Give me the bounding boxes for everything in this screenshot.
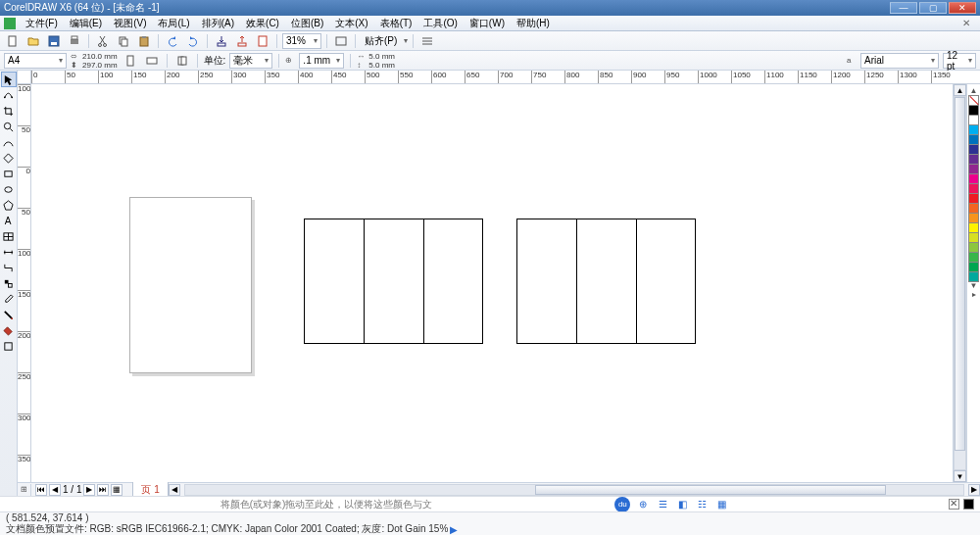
menu-table[interactable]: 表格(T) [374,17,418,30]
zoom-combo[interactable]: 31% [282,33,321,49]
cut-icon[interactable] [94,33,112,49]
print-icon[interactable] [66,33,83,49]
menu-arrange[interactable]: 排列(A) [196,17,240,30]
ruler-tick: 100 [18,249,31,258]
page-size-combo[interactable]: A4 [4,53,67,69]
current-fill-swatch[interactable] [949,499,959,510]
menu-window[interactable]: 窗口(W) [464,17,511,30]
connector-tool-icon[interactable] [2,261,16,274]
outline-tool-icon[interactable] [2,308,16,321]
dup-y-value[interactable]: 5.0 mm [368,61,395,70]
options-icon[interactable] [418,33,436,49]
interactive-tool-icon[interactable] [2,276,16,290]
table-tool-icon[interactable] [2,229,16,243]
document-close-button[interactable]: ✕ [956,18,976,28]
shape-tool-icon[interactable] [2,88,16,102]
snap-label[interactable]: 贴齐(P) [361,34,401,48]
page-sorter-icon[interactable]: ⊞ [18,484,31,496]
scroll-up-icon[interactable]: ▲ [954,84,966,96]
palette-flyout-icon[interactable]: ▸ [972,290,976,299]
menu-tools[interactable]: 工具(O) [417,17,463,30]
font-size-combo[interactable]: 12 pt [943,53,976,69]
last-page-button[interactable]: ⏭ [97,484,109,496]
window-minimize-button[interactable]: — [890,2,917,14]
svg-point-23 [5,186,12,192]
share-icon-1[interactable]: ⊕ [636,498,650,511]
share-icon-5[interactable]: ▦ [714,498,728,511]
menu-effects[interactable]: 效果(C) [240,17,285,30]
ruler-tick: 1250 [864,71,884,84]
horizontal-ruler[interactable]: 0501001502002503003504004505005506006507… [18,71,980,84]
table-object-1[interactable] [304,219,483,344]
horizontal-scrollbar[interactable] [184,484,964,496]
window-close-button[interactable]: ✕ [949,2,976,14]
menu-edit[interactable]: 编辑(E) [64,17,108,30]
zoom-tool-icon[interactable] [2,120,16,133]
open-icon[interactable] [24,33,42,49]
vertical-ruler[interactable]: 10050050100150200250300350 [18,84,31,482]
ruler-origin[interactable] [18,71,31,83]
swatch-none[interactable] [968,95,979,106]
copy-icon[interactable] [115,33,132,49]
export-icon[interactable] [233,33,251,49]
pick-tool-icon[interactable] [2,73,16,86]
menu-help[interactable]: 帮助(H) [511,17,556,30]
smart-fill-tool-icon[interactable] [2,151,16,165]
crop-tool-icon[interactable] [2,104,16,118]
fill-tool-icon[interactable] [2,323,16,337]
eyedropper-tool-icon[interactable] [2,292,16,306]
text-tool-icon[interactable]: A [2,214,16,227]
ellipse-tool-icon[interactable] [2,182,16,196]
landscape-icon[interactable] [143,53,161,69]
dup-x-value[interactable]: 5.0 mm [368,52,395,61]
current-stroke-swatch[interactable] [963,499,974,510]
vertical-scroll-thumb[interactable] [955,97,965,451]
menu-text[interactable]: 文本(X) [329,17,373,30]
palette-down-icon[interactable]: ▼ [970,281,978,290]
page-height-value[interactable]: 297.0 mm [82,61,118,70]
profile-flyout-icon[interactable]: ▶ [450,524,458,535]
new-icon[interactable] [4,33,22,49]
add-page-button[interactable]: ▦ [111,484,122,496]
scroll-right-icon[interactable]: ▶ [968,484,980,496]
nudge-distance-input[interactable]: .1 mm [299,53,344,69]
units-combo[interactable]: 毫米 [229,53,272,69]
nudge-icon: ⊕ [285,56,295,65]
menu-layout[interactable]: 布局(L) [152,17,195,30]
menu-file[interactable]: 文件(F) [20,17,64,30]
palette-up-icon[interactable]: ▲ [970,86,978,95]
rectangle-tool-icon[interactable] [2,167,16,180]
redo-icon[interactable] [184,33,202,49]
undo-icon[interactable] [164,33,181,49]
portrait-icon[interactable] [122,53,139,69]
scroll-left-icon[interactable]: ◀ [169,484,180,496]
share-icon-3[interactable]: ◧ [675,498,689,511]
publish-pdf-icon[interactable] [254,33,271,49]
polygon-tool-icon[interactable] [2,198,16,212]
save-icon[interactable] [45,33,63,49]
scroll-down-icon[interactable]: ▼ [954,470,966,482]
paste-icon[interactable] [135,33,153,49]
import-icon[interactable] [213,33,230,49]
vertical-scrollbar[interactable]: ▲ ▼ [953,84,966,482]
horizontal-scroll-thumb[interactable] [535,485,885,495]
page-width-value[interactable]: 210.0 mm [82,52,118,61]
first-page-button[interactable]: ⏮ [35,484,47,496]
baidu-share-icon[interactable]: du [614,497,630,512]
prev-page-button[interactable]: ◀ [49,484,61,496]
page-tab-1[interactable]: 页 1 [132,481,168,497]
fullscreen-preview-icon[interactable] [332,33,350,49]
window-maximize-button[interactable]: ▢ [919,2,947,14]
menu-bitmap[interactable]: 位图(B) [285,17,329,30]
interactive-fill-tool-icon[interactable] [2,339,16,353]
drawing-canvas[interactable] [31,84,953,482]
share-icon-4[interactable]: ☷ [695,498,709,511]
table-object-2[interactable] [516,219,696,344]
next-page-button[interactable]: ▶ [83,484,95,496]
menu-view[interactable]: 视图(V) [108,17,152,30]
freehand-tool-icon[interactable] [2,135,16,149]
share-icon-2[interactable]: ☰ [656,498,669,511]
font-family-combo[interactable]: Arial [860,53,939,69]
dimension-tool-icon[interactable] [2,245,16,259]
all-pages-icon[interactable] [173,53,191,69]
